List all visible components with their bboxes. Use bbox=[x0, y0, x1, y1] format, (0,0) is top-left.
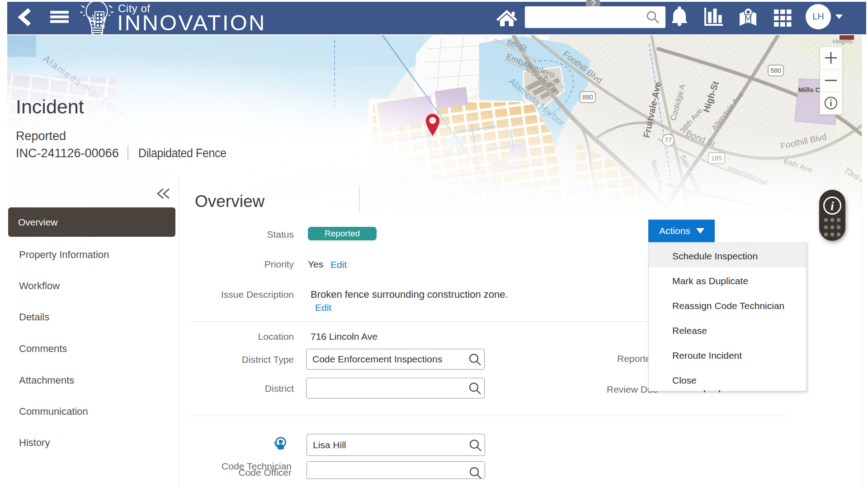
svg-text:i: i bbox=[830, 199, 834, 213]
